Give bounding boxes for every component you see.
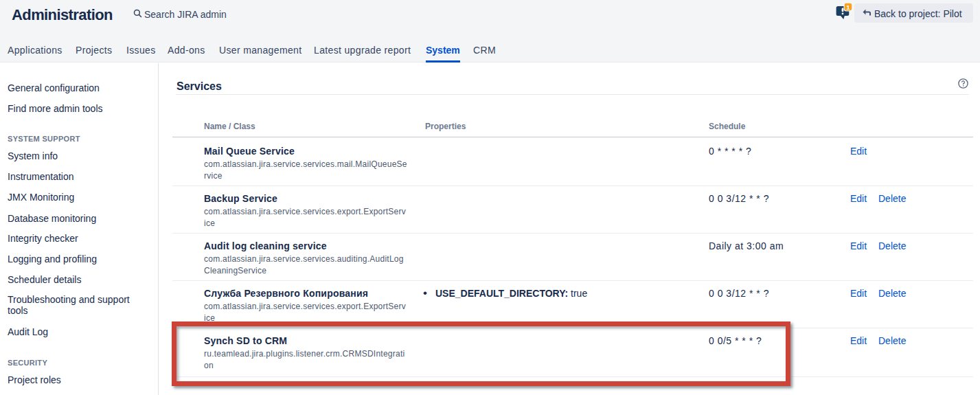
svg-text:1: 1 — [846, 3, 850, 11]
